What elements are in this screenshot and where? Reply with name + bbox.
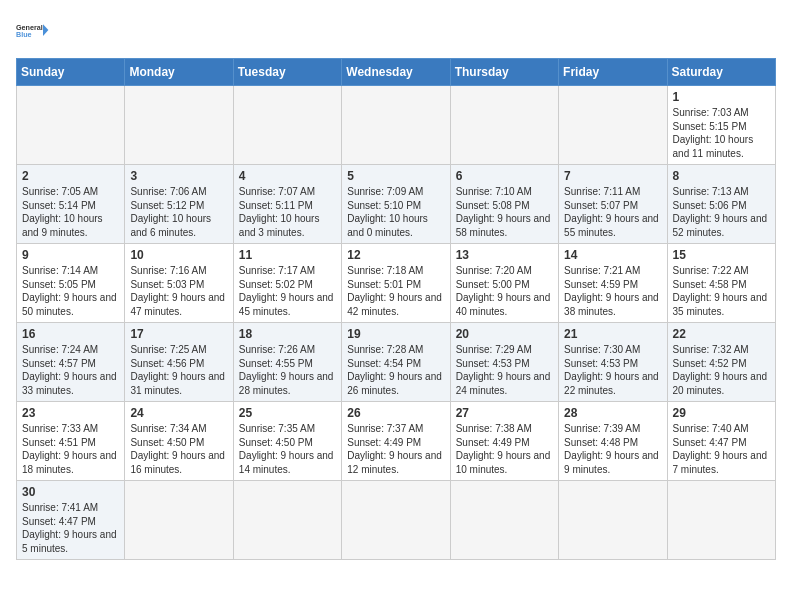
day-number: 13	[456, 248, 553, 262]
day-number: 18	[239, 327, 336, 341]
day-info: Sunrise: 7:22 AM Sunset: 4:58 PM Dayligh…	[673, 264, 770, 318]
day-number: 20	[456, 327, 553, 341]
page-header: GeneralBlue	[16, 16, 776, 46]
day-info: Sunrise: 7:14 AM Sunset: 5:05 PM Dayligh…	[22, 264, 119, 318]
calendar-week-row: 16Sunrise: 7:24 AM Sunset: 4:57 PM Dayli…	[17, 323, 776, 402]
calendar-day-cell: 8Sunrise: 7:13 AM Sunset: 5:06 PM Daylig…	[667, 165, 775, 244]
calendar-day-cell: 10Sunrise: 7:16 AM Sunset: 5:03 PM Dayli…	[125, 244, 233, 323]
logo-icon: GeneralBlue	[16, 16, 52, 46]
calendar-day-cell: 25Sunrise: 7:35 AM Sunset: 4:50 PM Dayli…	[233, 402, 341, 481]
calendar-week-row: 1Sunrise: 7:03 AM Sunset: 5:15 PM Daylig…	[17, 86, 776, 165]
day-number: 9	[22, 248, 119, 262]
day-info: Sunrise: 7:30 AM Sunset: 4:53 PM Dayligh…	[564, 343, 661, 397]
weekday-header-sunday: Sunday	[17, 59, 125, 86]
calendar-day-cell	[233, 86, 341, 165]
calendar-day-cell: 2Sunrise: 7:05 AM Sunset: 5:14 PM Daylig…	[17, 165, 125, 244]
svg-marker-2	[43, 24, 48, 36]
calendar-day-cell	[450, 86, 558, 165]
calendar-day-cell	[17, 86, 125, 165]
calendar-day-cell: 23Sunrise: 7:33 AM Sunset: 4:51 PM Dayli…	[17, 402, 125, 481]
day-number: 23	[22, 406, 119, 420]
calendar-day-cell: 11Sunrise: 7:17 AM Sunset: 5:02 PM Dayli…	[233, 244, 341, 323]
calendar-week-row: 23Sunrise: 7:33 AM Sunset: 4:51 PM Dayli…	[17, 402, 776, 481]
day-number: 28	[564, 406, 661, 420]
day-number: 8	[673, 169, 770, 183]
day-number: 24	[130, 406, 227, 420]
day-info: Sunrise: 7:11 AM Sunset: 5:07 PM Dayligh…	[564, 185, 661, 239]
day-number: 29	[673, 406, 770, 420]
day-info: Sunrise: 7:17 AM Sunset: 5:02 PM Dayligh…	[239, 264, 336, 318]
calendar-day-cell: 27Sunrise: 7:38 AM Sunset: 4:49 PM Dayli…	[450, 402, 558, 481]
calendar-day-cell: 14Sunrise: 7:21 AM Sunset: 4:59 PM Dayli…	[559, 244, 667, 323]
calendar-day-cell: 5Sunrise: 7:09 AM Sunset: 5:10 PM Daylig…	[342, 165, 450, 244]
day-number: 4	[239, 169, 336, 183]
calendar-day-cell: 16Sunrise: 7:24 AM Sunset: 4:57 PM Dayli…	[17, 323, 125, 402]
day-number: 1	[673, 90, 770, 104]
day-info: Sunrise: 7:06 AM Sunset: 5:12 PM Dayligh…	[130, 185, 227, 239]
calendar-day-cell	[342, 481, 450, 560]
day-info: Sunrise: 7:26 AM Sunset: 4:55 PM Dayligh…	[239, 343, 336, 397]
weekday-header-monday: Monday	[125, 59, 233, 86]
day-number: 15	[673, 248, 770, 262]
calendar-day-cell: 24Sunrise: 7:34 AM Sunset: 4:50 PM Dayli…	[125, 402, 233, 481]
day-number: 25	[239, 406, 336, 420]
weekday-header-saturday: Saturday	[667, 59, 775, 86]
calendar-day-cell: 1Sunrise: 7:03 AM Sunset: 5:15 PM Daylig…	[667, 86, 775, 165]
calendar-table: SundayMondayTuesdayWednesdayThursdayFrid…	[16, 58, 776, 560]
calendar-day-cell: 13Sunrise: 7:20 AM Sunset: 5:00 PM Dayli…	[450, 244, 558, 323]
day-info: Sunrise: 7:24 AM Sunset: 4:57 PM Dayligh…	[22, 343, 119, 397]
day-number: 3	[130, 169, 227, 183]
day-info: Sunrise: 7:16 AM Sunset: 5:03 PM Dayligh…	[130, 264, 227, 318]
day-number: 17	[130, 327, 227, 341]
calendar-day-cell: 19Sunrise: 7:28 AM Sunset: 4:54 PM Dayli…	[342, 323, 450, 402]
calendar-day-cell: 22Sunrise: 7:32 AM Sunset: 4:52 PM Dayli…	[667, 323, 775, 402]
calendar-day-cell: 6Sunrise: 7:10 AM Sunset: 5:08 PM Daylig…	[450, 165, 558, 244]
day-info: Sunrise: 7:35 AM Sunset: 4:50 PM Dayligh…	[239, 422, 336, 476]
calendar-day-cell	[342, 86, 450, 165]
calendar-day-cell: 9Sunrise: 7:14 AM Sunset: 5:05 PM Daylig…	[17, 244, 125, 323]
day-number: 27	[456, 406, 553, 420]
day-info: Sunrise: 7:32 AM Sunset: 4:52 PM Dayligh…	[673, 343, 770, 397]
day-info: Sunrise: 7:40 AM Sunset: 4:47 PM Dayligh…	[673, 422, 770, 476]
calendar-day-cell: 7Sunrise: 7:11 AM Sunset: 5:07 PM Daylig…	[559, 165, 667, 244]
day-number: 14	[564, 248, 661, 262]
calendar-day-cell	[125, 86, 233, 165]
calendar-day-cell: 12Sunrise: 7:18 AM Sunset: 5:01 PM Dayli…	[342, 244, 450, 323]
calendar-day-cell: 20Sunrise: 7:29 AM Sunset: 4:53 PM Dayli…	[450, 323, 558, 402]
day-number: 11	[239, 248, 336, 262]
day-info: Sunrise: 7:05 AM Sunset: 5:14 PM Dayligh…	[22, 185, 119, 239]
calendar-day-cell: 29Sunrise: 7:40 AM Sunset: 4:47 PM Dayli…	[667, 402, 775, 481]
day-info: Sunrise: 7:38 AM Sunset: 4:49 PM Dayligh…	[456, 422, 553, 476]
day-info: Sunrise: 7:41 AM Sunset: 4:47 PM Dayligh…	[22, 501, 119, 555]
calendar-day-cell: 30Sunrise: 7:41 AM Sunset: 4:47 PM Dayli…	[17, 481, 125, 560]
day-number: 10	[130, 248, 227, 262]
day-number: 21	[564, 327, 661, 341]
calendar-day-cell: 26Sunrise: 7:37 AM Sunset: 4:49 PM Dayli…	[342, 402, 450, 481]
calendar-week-row: 9Sunrise: 7:14 AM Sunset: 5:05 PM Daylig…	[17, 244, 776, 323]
day-number: 7	[564, 169, 661, 183]
day-number: 30	[22, 485, 119, 499]
calendar-week-row: 30Sunrise: 7:41 AM Sunset: 4:47 PM Dayli…	[17, 481, 776, 560]
calendar-day-cell: 17Sunrise: 7:25 AM Sunset: 4:56 PM Dayli…	[125, 323, 233, 402]
day-number: 26	[347, 406, 444, 420]
day-info: Sunrise: 7:29 AM Sunset: 4:53 PM Dayligh…	[456, 343, 553, 397]
calendar-day-cell: 3Sunrise: 7:06 AM Sunset: 5:12 PM Daylig…	[125, 165, 233, 244]
day-info: Sunrise: 7:37 AM Sunset: 4:49 PM Dayligh…	[347, 422, 444, 476]
weekday-header-friday: Friday	[559, 59, 667, 86]
day-number: 12	[347, 248, 444, 262]
calendar-day-cell	[667, 481, 775, 560]
calendar-day-cell: 18Sunrise: 7:26 AM Sunset: 4:55 PM Dayli…	[233, 323, 341, 402]
day-number: 2	[22, 169, 119, 183]
day-info: Sunrise: 7:03 AM Sunset: 5:15 PM Dayligh…	[673, 106, 770, 160]
day-info: Sunrise: 7:20 AM Sunset: 5:00 PM Dayligh…	[456, 264, 553, 318]
calendar-day-cell	[559, 481, 667, 560]
day-info: Sunrise: 7:28 AM Sunset: 4:54 PM Dayligh…	[347, 343, 444, 397]
day-info: Sunrise: 7:25 AM Sunset: 4:56 PM Dayligh…	[130, 343, 227, 397]
day-number: 19	[347, 327, 444, 341]
calendar-day-cell: 28Sunrise: 7:39 AM Sunset: 4:48 PM Dayli…	[559, 402, 667, 481]
weekday-header-tuesday: Tuesday	[233, 59, 341, 86]
day-info: Sunrise: 7:34 AM Sunset: 4:50 PM Dayligh…	[130, 422, 227, 476]
logo: GeneralBlue	[16, 16, 52, 46]
day-info: Sunrise: 7:18 AM Sunset: 5:01 PM Dayligh…	[347, 264, 444, 318]
calendar-day-cell	[233, 481, 341, 560]
